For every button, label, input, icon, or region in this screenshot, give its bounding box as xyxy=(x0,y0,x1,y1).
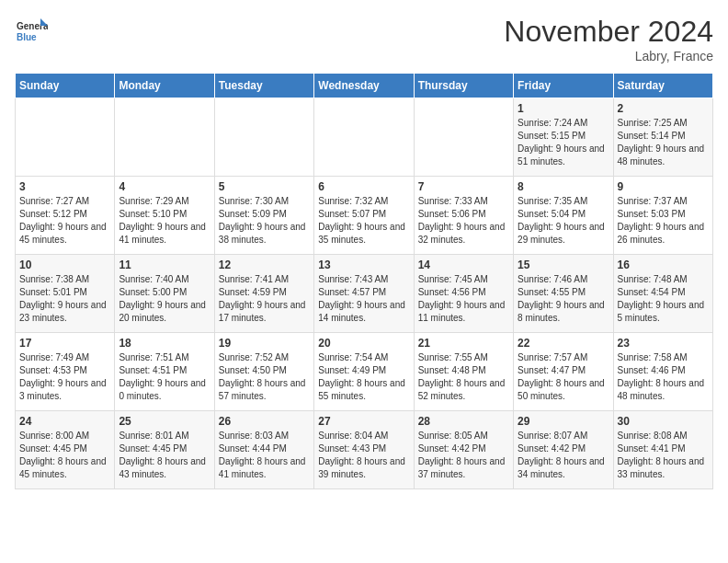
day-info: Sunrise: 7:55 AM Sunset: 4:48 PM Dayligh… xyxy=(418,351,509,403)
day-info: Sunrise: 7:35 AM Sunset: 5:04 PM Dayligh… xyxy=(518,195,609,247)
day-number: 9 xyxy=(618,180,709,193)
day-info: Sunrise: 7:33 AM Sunset: 5:06 PM Dayligh… xyxy=(418,195,509,247)
days-header-row: SundayMondayTuesdayWednesdayThursdayFrid… xyxy=(16,74,713,98)
day-number: 18 xyxy=(119,337,210,350)
calendar-day-cell xyxy=(214,98,313,177)
day-of-week-header: Friday xyxy=(514,74,613,98)
day-of-week-header: Wednesday xyxy=(314,74,414,98)
calendar-day-cell xyxy=(115,98,214,177)
day-number: 4 xyxy=(119,180,210,193)
day-info: Sunrise: 8:08 AM Sunset: 4:41 PM Dayligh… xyxy=(618,430,709,481)
day-number: 12 xyxy=(219,259,310,271)
day-number: 3 xyxy=(19,180,110,193)
calendar-day-cell: 28Sunrise: 8:05 AM Sunset: 4:42 PM Dayli… xyxy=(414,411,513,489)
day-number: 14 xyxy=(418,259,509,271)
day-number: 25 xyxy=(119,415,210,428)
day-number: 30 xyxy=(618,415,709,428)
calendar-day-cell: 24Sunrise: 8:00 AM Sunset: 4:45 PM Dayli… xyxy=(16,411,115,489)
calendar-day-cell: 19Sunrise: 7:52 AM Sunset: 4:50 PM Dayli… xyxy=(214,333,313,411)
calendar-day-cell: 8Sunrise: 7:35 AM Sunset: 5:04 PM Daylig… xyxy=(514,177,613,255)
day-info: Sunrise: 7:52 AM Sunset: 4:50 PM Dayligh… xyxy=(219,351,310,403)
day-number: 13 xyxy=(318,259,409,271)
day-info: Sunrise: 7:32 AM Sunset: 5:07 PM Dayligh… xyxy=(318,195,409,247)
calendar-day-cell: 4Sunrise: 7:29 AM Sunset: 5:10 PM Daylig… xyxy=(115,177,214,255)
calendar-day-cell: 9Sunrise: 7:37 AM Sunset: 5:03 PM Daylig… xyxy=(613,177,712,255)
month-title: November 2024 xyxy=(504,15,713,49)
calendar-day-cell: 15Sunrise: 7:46 AM Sunset: 4:55 PM Dayli… xyxy=(514,255,613,333)
calendar-day-cell: 6Sunrise: 7:32 AM Sunset: 5:07 PM Daylig… xyxy=(314,177,414,255)
calendar-day-cell: 26Sunrise: 8:03 AM Sunset: 4:44 PM Dayli… xyxy=(214,411,313,489)
day-number: 15 xyxy=(518,259,609,271)
day-info: Sunrise: 7:37 AM Sunset: 5:03 PM Dayligh… xyxy=(618,195,709,247)
calendar-day-cell xyxy=(314,98,414,177)
day-info: Sunrise: 8:00 AM Sunset: 4:45 PM Dayligh… xyxy=(19,430,110,481)
day-info: Sunrise: 7:38 AM Sunset: 5:01 PM Dayligh… xyxy=(19,273,110,325)
calendar-day-cell: 14Sunrise: 7:45 AM Sunset: 4:56 PM Dayli… xyxy=(414,255,513,333)
calendar-day-cell: 18Sunrise: 7:51 AM Sunset: 4:51 PM Dayli… xyxy=(115,333,214,411)
day-info: Sunrise: 7:46 AM Sunset: 4:55 PM Dayligh… xyxy=(518,273,609,325)
day-number: 8 xyxy=(518,180,609,193)
day-info: Sunrise: 7:58 AM Sunset: 4:46 PM Dayligh… xyxy=(618,351,709,403)
day-info: Sunrise: 7:57 AM Sunset: 4:47 PM Dayligh… xyxy=(518,351,609,403)
day-number: 29 xyxy=(518,415,609,428)
calendar-day-cell: 30Sunrise: 8:08 AM Sunset: 4:41 PM Dayli… xyxy=(613,411,712,489)
day-number: 20 xyxy=(318,337,409,350)
day-info: Sunrise: 7:43 AM Sunset: 4:57 PM Dayligh… xyxy=(318,273,409,325)
day-info: Sunrise: 7:27 AM Sunset: 5:12 PM Dayligh… xyxy=(19,195,110,247)
day-number: 17 xyxy=(19,337,110,350)
calendar-day-cell: 21Sunrise: 7:55 AM Sunset: 4:48 PM Dayli… xyxy=(414,333,513,411)
day-of-week-header: Sunday xyxy=(16,74,115,98)
day-info: Sunrise: 7:41 AM Sunset: 4:59 PM Dayligh… xyxy=(219,273,310,325)
day-number: 27 xyxy=(318,415,409,428)
day-number: 19 xyxy=(219,337,310,350)
calendar-day-cell: 10Sunrise: 7:38 AM Sunset: 5:01 PM Dayli… xyxy=(16,255,115,333)
calendar-day-cell: 16Sunrise: 7:48 AM Sunset: 4:54 PM Dayli… xyxy=(613,255,712,333)
day-number: 24 xyxy=(19,415,110,428)
day-info: Sunrise: 8:03 AM Sunset: 4:44 PM Dayligh… xyxy=(219,430,310,481)
calendar-week-row: 24Sunrise: 8:00 AM Sunset: 4:45 PM Dayli… xyxy=(16,411,713,489)
logo: General Blue xyxy=(15,15,48,48)
calendar-week-row: 1Sunrise: 7:24 AM Sunset: 5:15 PM Daylig… xyxy=(16,98,713,177)
calendar-week-row: 17Sunrise: 7:49 AM Sunset: 4:53 PM Dayli… xyxy=(16,333,713,411)
day-info: Sunrise: 8:05 AM Sunset: 4:42 PM Dayligh… xyxy=(418,430,509,481)
calendar-day-cell: 11Sunrise: 7:40 AM Sunset: 5:00 PM Dayli… xyxy=(115,255,214,333)
day-number: 28 xyxy=(418,415,509,428)
day-info: Sunrise: 7:45 AM Sunset: 4:56 PM Dayligh… xyxy=(418,273,509,325)
logo-icon: General Blue xyxy=(15,15,48,48)
day-of-week-header: Monday xyxy=(115,74,214,98)
day-info: Sunrise: 7:54 AM Sunset: 4:49 PM Dayligh… xyxy=(318,351,409,403)
day-number: 1 xyxy=(518,102,609,115)
day-number: 21 xyxy=(418,337,509,350)
day-number: 16 xyxy=(618,259,709,271)
day-info: Sunrise: 7:40 AM Sunset: 5:00 PM Dayligh… xyxy=(119,273,210,325)
calendar-day-cell: 29Sunrise: 8:07 AM Sunset: 4:42 PM Dayli… xyxy=(514,411,613,489)
calendar-week-row: 10Sunrise: 7:38 AM Sunset: 5:01 PM Dayli… xyxy=(16,255,713,333)
calendar-day-cell: 5Sunrise: 7:30 AM Sunset: 5:09 PM Daylig… xyxy=(214,177,313,255)
day-info: Sunrise: 7:30 AM Sunset: 5:09 PM Dayligh… xyxy=(219,195,310,247)
day-number: 23 xyxy=(618,337,709,350)
day-info: Sunrise: 7:49 AM Sunset: 4:53 PM Dayligh… xyxy=(19,351,110,403)
calendar-day-cell: 20Sunrise: 7:54 AM Sunset: 4:49 PM Dayli… xyxy=(314,333,414,411)
calendar-day-cell: 2Sunrise: 7:25 AM Sunset: 5:14 PM Daylig… xyxy=(613,98,712,177)
day-number: 2 xyxy=(618,102,709,115)
day-number: 26 xyxy=(219,415,310,428)
location: Labry, France xyxy=(504,49,713,63)
title-area: November 2024 Labry, France xyxy=(504,15,713,63)
calendar-day-cell: 7Sunrise: 7:33 AM Sunset: 5:06 PM Daylig… xyxy=(414,177,513,255)
calendar-day-cell: 17Sunrise: 7:49 AM Sunset: 4:53 PM Dayli… xyxy=(16,333,115,411)
day-of-week-header: Thursday xyxy=(414,74,513,98)
day-number: 7 xyxy=(418,180,509,193)
day-number: 22 xyxy=(518,337,609,350)
day-info: Sunrise: 7:48 AM Sunset: 4:54 PM Dayligh… xyxy=(618,273,709,325)
calendar-day-cell: 23Sunrise: 7:58 AM Sunset: 4:46 PM Dayli… xyxy=(613,333,712,411)
calendar-day-cell: 25Sunrise: 8:01 AM Sunset: 4:45 PM Dayli… xyxy=(115,411,214,489)
day-info: Sunrise: 8:01 AM Sunset: 4:45 PM Dayligh… xyxy=(119,430,210,481)
calendar-day-cell: 12Sunrise: 7:41 AM Sunset: 4:59 PM Dayli… xyxy=(214,255,313,333)
day-info: Sunrise: 7:25 AM Sunset: 5:14 PM Dayligh… xyxy=(618,117,709,168)
day-of-week-header: Tuesday xyxy=(214,74,313,98)
day-number: 6 xyxy=(318,180,409,193)
calendar-week-row: 3Sunrise: 7:27 AM Sunset: 5:12 PM Daylig… xyxy=(16,177,713,255)
calendar-day-cell: 27Sunrise: 8:04 AM Sunset: 4:43 PM Dayli… xyxy=(314,411,414,489)
day-info: Sunrise: 7:29 AM Sunset: 5:10 PM Dayligh… xyxy=(119,195,210,247)
day-number: 5 xyxy=(219,180,310,193)
